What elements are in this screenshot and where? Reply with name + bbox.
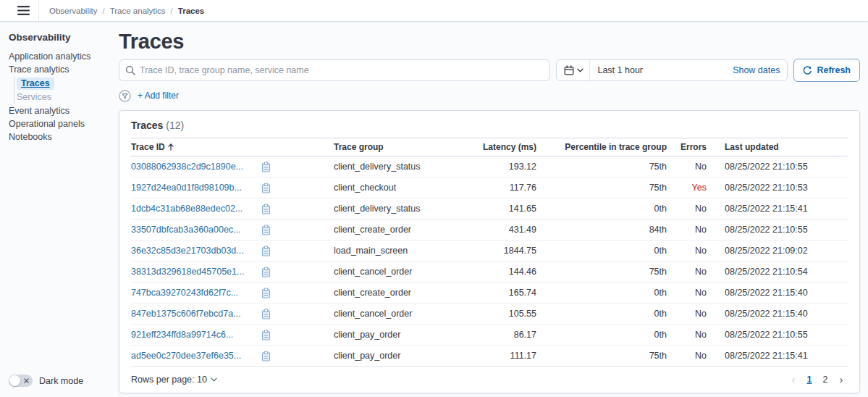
pagination-next-icon[interactable]: › xyxy=(835,373,848,386)
rows-per-page-button[interactable]: Rows per page: 10 xyxy=(131,375,217,385)
last-updated-cell: 08/25/2022 21:09:02 xyxy=(707,246,848,256)
copy-icon[interactable] xyxy=(261,267,271,277)
copy-icon[interactable] xyxy=(261,162,271,172)
column-header-last-updated[interactable]: Last updated xyxy=(707,142,848,152)
trace-id-link[interactable]: 38313d329618ed45705e1... xyxy=(131,267,244,277)
trace-id-link[interactable]: 33507dbfcab3a360a00ec... xyxy=(131,225,241,235)
column-header-percentile[interactable]: Percentile in trace group xyxy=(536,142,667,152)
date-picker: Last 1 hour Show dates xyxy=(556,59,788,81)
trace-id-link[interactable]: ad5ee0c270dee37ef6e35... xyxy=(131,351,241,361)
sort-ascending-icon xyxy=(168,143,174,151)
copy-icon[interactable] xyxy=(261,309,271,319)
topbar: Observability / Trace analytics / Traces xyxy=(0,0,868,22)
show-dates-link[interactable]: Show dates xyxy=(733,65,787,75)
pagination: ‹ 1 2 › xyxy=(787,373,848,386)
last-updated-cell: 08/25/2022 21:10:53 xyxy=(707,183,848,193)
breadcrumb-traces: Traces xyxy=(178,7,204,15)
percentile-cell: 0th xyxy=(536,246,667,256)
trace-id-link[interactable]: 921eff234ffd8a99714c6... xyxy=(131,330,233,340)
topbar-divider xyxy=(38,0,39,21)
trace-id-link[interactable]: 847eb1375c606f7ebcd7a... xyxy=(131,309,241,319)
search-input[interactable] xyxy=(140,65,544,75)
sidebar-item-services[interactable]: Services xyxy=(17,91,107,104)
sidebar: Observability Application analytics Trac… xyxy=(0,22,107,397)
percentile-cell: 0th xyxy=(536,204,667,214)
table-row: 747bca39270243fd62f7c...client_create_or… xyxy=(131,283,848,304)
sidebar-item-operational-panels[interactable]: Operational panels xyxy=(9,117,107,130)
errors-cell: No xyxy=(667,162,707,172)
copy-icon[interactable] xyxy=(261,183,271,193)
breadcrumb-observability[interactable]: Observability xyxy=(49,7,97,15)
column-header-trace-group[interactable]: Trace group xyxy=(334,142,479,152)
dark-mode-toggle[interactable] xyxy=(9,375,33,387)
latency-cell: 141.65 xyxy=(479,204,536,214)
trace-group-cell: client_create_order xyxy=(334,225,479,235)
panel-title-text: Traces xyxy=(131,120,163,131)
trace-id-link[interactable]: 36e32c85d3e21703db03d... xyxy=(131,246,244,256)
chevron-down-icon xyxy=(577,68,583,72)
trace-id-link[interactable]: 747bca39270243fd62f7c... xyxy=(131,288,238,298)
latency-cell: 144.46 xyxy=(479,267,536,277)
latency-cell: 1844.75 xyxy=(479,246,536,256)
dark-mode-label: Dark mode xyxy=(39,376,83,386)
column-header-trace-id[interactable]: Trace ID xyxy=(131,142,174,152)
pagination-page-1[interactable]: 1 xyxy=(803,375,816,385)
last-updated-cell: 08/25/2022 21:15:41 xyxy=(707,204,848,214)
latency-cell: 431.49 xyxy=(479,225,536,235)
latency-cell: 117.76 xyxy=(479,183,536,193)
sidebar-header: Observability xyxy=(9,32,107,43)
pagination-prev-icon: ‹ xyxy=(787,373,800,386)
toggle-off-x-icon xyxy=(24,378,29,383)
copy-icon[interactable] xyxy=(261,225,271,235)
trace-id-link[interactable]: 1927d24ea0d1f8d98109b... xyxy=(131,183,242,193)
trace-group-cell: client_pay_order xyxy=(334,351,479,361)
hamburger-menu-button[interactable] xyxy=(0,0,38,21)
page-title: Traces xyxy=(119,29,860,54)
percentile-cell: 75th xyxy=(536,351,667,361)
trace-id-link[interactable]: 1dcb4c31ab68e88edec02... xyxy=(131,204,243,214)
percentile-cell: 0th xyxy=(536,330,667,340)
copy-icon[interactable] xyxy=(261,288,271,298)
sidebar-item-event-analytics[interactable]: Event analytics xyxy=(9,104,107,117)
percentile-cell: 75th xyxy=(536,267,667,277)
copy-icon[interactable] xyxy=(261,204,271,214)
sidebar-item-notebooks[interactable]: Notebooks xyxy=(9,130,107,143)
copy-icon[interactable] xyxy=(261,246,271,256)
table-header-row: Trace ID Trace group Latency (ms) Percen… xyxy=(131,138,848,156)
trace-id-link[interactable]: 03088062938c2d9c1890e... xyxy=(131,162,243,172)
refresh-button[interactable]: Refresh xyxy=(793,59,860,82)
breadcrumb-trace-analytics[interactable]: Trace analytics xyxy=(110,7,166,15)
sidebar-nested-group: Traces Services xyxy=(14,77,107,104)
filter-icon[interactable] xyxy=(119,90,131,102)
percentile-cell: 84th xyxy=(536,225,667,235)
panel-title: Traces (12) xyxy=(131,111,848,138)
column-header-latency[interactable]: Latency (ms) xyxy=(479,142,536,152)
trace-group-cell: client_delivery_status xyxy=(334,162,479,172)
hamburger-icon xyxy=(17,6,30,15)
table-footer: Rows per page: 10 ‹ 1 2 › xyxy=(131,367,848,393)
table-row: 03088062938c2d9c1890e...client_delivery_… xyxy=(131,156,848,177)
trace-group-cell: client_delivery_status xyxy=(334,204,479,214)
add-filter-link[interactable]: + Add filter xyxy=(138,91,179,101)
column-header-errors[interactable]: Errors xyxy=(667,142,707,152)
table-body: 03088062938c2d9c1890e...client_delivery_… xyxy=(131,156,848,367)
last-updated-cell: 08/25/2022 21:10:55 xyxy=(707,162,848,172)
last-updated-cell: 08/25/2022 21:15:40 xyxy=(707,288,848,298)
search-box xyxy=(119,59,550,81)
date-quick-select-button[interactable] xyxy=(557,60,590,80)
pagination-page-2[interactable]: 2 xyxy=(819,375,832,385)
dark-mode-control: Dark mode xyxy=(9,375,83,387)
last-updated-cell: 08/25/2022 21:10:55 xyxy=(707,225,848,235)
trace-group-cell: client_pay_order xyxy=(334,330,479,340)
sidebar-item-traces[interactable]: Traces xyxy=(17,77,107,91)
last-updated-cell: 08/25/2022 21:10:55 xyxy=(707,330,848,340)
last-updated-cell: 08/25/2022 21:15:41 xyxy=(707,351,848,361)
copy-icon[interactable] xyxy=(261,351,271,362)
sidebar-item-trace-analytics[interactable]: Trace analytics xyxy=(9,63,107,76)
sidebar-item-application-analytics[interactable]: Application analytics xyxy=(9,50,107,63)
copy-icon[interactable] xyxy=(261,330,271,340)
table-row: ad5ee0c270dee37ef6e35...client_pay_order… xyxy=(131,346,848,367)
latency-cell: 193.12 xyxy=(479,162,536,172)
date-range-value[interactable]: Last 1 hour xyxy=(590,65,733,75)
last-updated-cell: 08/25/2022 21:15:40 xyxy=(707,309,848,319)
